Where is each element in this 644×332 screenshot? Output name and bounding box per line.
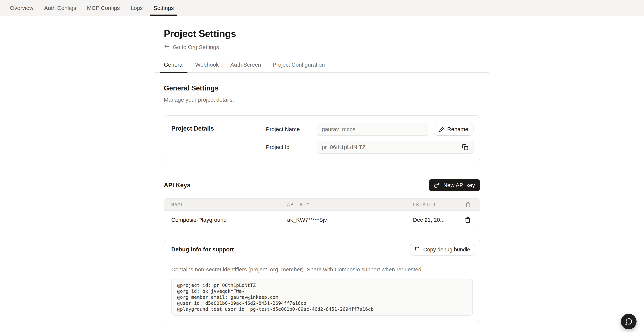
nav-item-overview[interactable]: Overview	[8, 0, 36, 16]
table-row: Composio-Playground ak_KW7*****Sjv Dec 2…	[164, 210, 480, 229]
column-header-name: NAME	[164, 202, 287, 207]
tab-project-configuration[interactable]: Project Configuration	[269, 60, 328, 72]
code-line: @playground_test_user_id: pg-test-d5e001…	[177, 306, 467, 312]
api-keys-title: API Keys	[164, 182, 190, 189]
project-name-label: Project Name	[266, 126, 316, 132]
header-trash-cell	[458, 202, 480, 207]
project-id-row: Project Id pr_06th1pLdNtTZ	[266, 141, 474, 154]
nav-item-mcp-configs[interactable]: MCP Configs	[84, 0, 122, 16]
project-id-value: pr_06th1pLdNtTZ	[322, 144, 366, 150]
tab-auth-screen[interactable]: Auth Screen	[226, 60, 265, 72]
project-settings-page: Project Settings Go to Org Settings Gene…	[164, 28, 480, 332]
code-line: @project_id: pr_06th1pLdNtTZ	[177, 282, 467, 288]
page-title: Project Settings	[164, 28, 480, 39]
api-keys-header-row: API Keys New API key	[164, 179, 480, 191]
project-details-fields: Project Name gaurav_mcps Rename Project …	[266, 123, 474, 154]
column-header-api-key: API KEY	[287, 202, 413, 207]
project-id-field: pr_06th1pLdNtTZ	[316, 141, 474, 154]
copy-icon[interactable]	[462, 144, 468, 150]
key-icon	[434, 182, 440, 188]
api-keys-table: NAME API KEY CREATED Composio-Playground…	[164, 198, 480, 229]
debug-card-body: Contains non-secret identifiers (project…	[164, 259, 480, 323]
go-to-org-settings-label: Go to Org Settings	[173, 44, 219, 50]
tab-general[interactable]: General	[160, 60, 188, 72]
trash-icon[interactable]	[465, 202, 471, 207]
copy-debug-bundle-label: Copy debug bundle	[423, 247, 470, 253]
code-line: @org_id: ok_jVveqqkYFWa-	[177, 288, 467, 294]
api-key-created: Dec 21, 20...	[413, 217, 458, 223]
nav-item-logs[interactable]: Logs	[128, 0, 145, 16]
general-settings-heading: General Settings	[164, 84, 480, 92]
project-details-card: Project Details Project Name gaurav_mcps…	[164, 115, 480, 161]
column-header-created: CREATED	[413, 202, 458, 207]
nav-item-settings[interactable]: Settings	[151, 0, 176, 16]
copy-icon	[415, 247, 420, 252]
settings-tabs: General Webhook Auth Screen Project Conf…	[155, 60, 489, 73]
nav-item-auth-configs[interactable]: Auth Configs	[42, 0, 79, 16]
top-navigation: Overview Auth Configs MCP Configs Logs S…	[0, 0, 644, 17]
chat-bubble-icon	[625, 318, 633, 325]
debug-card-title: Debug info for support	[171, 246, 234, 253]
corner-up-left-icon	[164, 44, 170, 50]
tab-webhook[interactable]: Webhook	[192, 60, 222, 72]
rename-button[interactable]: Rename	[434, 123, 474, 136]
go-to-org-settings-link[interactable]: Go to Org Settings	[164, 44, 219, 50]
debug-description: Contains non-secret identifiers (project…	[171, 266, 473, 273]
debug-card-header: Debug info for support Copy debug bundle	[164, 240, 480, 259]
row-trash-cell	[458, 217, 480, 223]
rename-button-label: Rename	[447, 126, 468, 132]
copy-debug-bundle-button[interactable]: Copy debug bundle	[410, 244, 475, 255]
project-name-row: Project Name gaurav_mcps Rename	[266, 123, 474, 136]
chat-button[interactable]	[621, 314, 636, 329]
api-key-value: ak_KW7*****Sjv	[287, 217, 413, 223]
api-key-name: Composio-Playground	[164, 217, 287, 223]
new-api-key-button[interactable]: New API key	[429, 179, 480, 191]
project-name-input[interactable]: gaurav_mcps	[316, 123, 428, 136]
pencil-icon	[439, 126, 444, 132]
general-settings-subheading: Manage your project details.	[164, 97, 480, 103]
debug-code-block: @project_id: pr_06th1pLdNtTZ @org_id: ok…	[171, 279, 473, 315]
code-line: @org_member_email: gaurav@inkeep.com	[177, 294, 467, 300]
new-api-key-label: New API key	[443, 182, 475, 188]
code-line: @user_id: d5e001b0-09ac-46d2-8451-2694ff…	[177, 300, 467, 306]
debug-info-card: Debug info for support Copy debug bundle…	[164, 240, 480, 323]
project-details-title: Project Details	[171, 123, 266, 154]
project-id-label: Project Id	[266, 144, 316, 150]
trash-icon[interactable]	[464, 217, 471, 223]
api-keys-table-header: NAME API KEY CREATED	[164, 199, 480, 210]
